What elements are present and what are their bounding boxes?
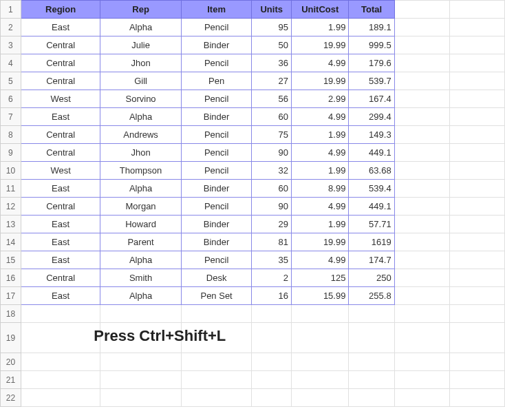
empty-cell[interactable] xyxy=(394,162,449,180)
cell-region[interactable]: East xyxy=(21,180,100,198)
cell-units[interactable]: 2 xyxy=(252,269,292,287)
col-header-item[interactable]: Item xyxy=(181,1,252,19)
empty-cell[interactable] xyxy=(394,305,449,323)
empty-cell[interactable] xyxy=(349,371,394,389)
cell-units[interactable]: 90 xyxy=(252,198,292,216)
cell-region[interactable]: Central xyxy=(21,54,100,72)
empty-cell[interactable] xyxy=(394,1,449,19)
cell-region[interactable]: Central xyxy=(21,269,100,287)
empty-cell[interactable] xyxy=(181,371,252,389)
cell-rep[interactable]: Smith xyxy=(100,269,182,287)
empty-cell[interactable] xyxy=(394,90,449,108)
empty-cell[interactable] xyxy=(21,353,100,371)
empty-cell[interactable] xyxy=(252,305,292,323)
cell-unitcost[interactable]: 125 xyxy=(292,269,349,287)
cell-rep[interactable]: Gill xyxy=(100,72,182,90)
empty-cell[interactable] xyxy=(449,19,504,36)
cell-unitcost[interactable]: 4.99 xyxy=(292,108,349,126)
row-number[interactable]: 18 xyxy=(1,305,21,323)
row-number[interactable]: 20 xyxy=(1,353,21,371)
row-number[interactable]: 11 xyxy=(1,180,21,198)
empty-cell[interactable] xyxy=(449,269,504,287)
cell-unitcost[interactable]: 19.99 xyxy=(292,233,349,251)
cell-unitcost[interactable]: 19.99 xyxy=(292,72,349,90)
empty-cell[interactable] xyxy=(449,323,504,353)
cell-item[interactable]: Pencil xyxy=(181,162,252,180)
empty-cell[interactable] xyxy=(449,198,504,216)
row-number[interactable]: 21 xyxy=(1,371,21,389)
cell-item[interactable]: Pencil xyxy=(181,251,252,269)
cell-total[interactable]: 449.1 xyxy=(349,144,394,162)
empty-cell[interactable] xyxy=(100,353,182,371)
empty-cell[interactable] xyxy=(449,287,504,305)
empty-cell[interactable] xyxy=(21,389,100,407)
empty-cell[interactable] xyxy=(449,233,504,251)
cell-units[interactable]: 35 xyxy=(252,251,292,269)
cell-unitcost[interactable]: 19.99 xyxy=(292,36,349,54)
cell-item[interactable]: Pencil xyxy=(181,144,252,162)
cell-total[interactable]: 299.4 xyxy=(349,108,394,126)
cell-unitcost[interactable]: 4.99 xyxy=(292,251,349,269)
cell-region[interactable]: East xyxy=(21,19,100,36)
cell-item[interactable]: Pencil xyxy=(181,126,252,144)
empty-cell[interactable] xyxy=(181,389,252,407)
empty-cell[interactable] xyxy=(394,36,449,54)
empty-cell[interactable] xyxy=(449,389,504,407)
empty-cell[interactable] xyxy=(394,216,449,233)
col-header-units[interactable]: Units xyxy=(252,1,292,19)
row-number[interactable]: 2 xyxy=(1,19,21,36)
row-number[interactable]: 3 xyxy=(1,36,21,54)
cell-rep[interactable]: Parent xyxy=(100,233,182,251)
empty-cell[interactable] xyxy=(252,323,292,353)
empty-cell[interactable] xyxy=(394,72,449,90)
cell-units[interactable]: 36 xyxy=(252,54,292,72)
cell-item[interactable]: Binder xyxy=(181,216,252,233)
cell-unitcost[interactable]: 1.99 xyxy=(292,126,349,144)
cell-total[interactable]: 255.8 xyxy=(349,287,394,305)
empty-cell[interactable] xyxy=(292,305,349,323)
cell-total[interactable]: 1619 xyxy=(349,233,394,251)
cell-region[interactable]: Central xyxy=(21,198,100,216)
cell-region[interactable]: West xyxy=(21,162,100,180)
empty-cell[interactable] xyxy=(349,389,394,407)
cell-unitcost[interactable]: 2.99 xyxy=(292,90,349,108)
cell-item[interactable]: Pencil xyxy=(181,90,252,108)
row-number[interactable]: 8 xyxy=(1,126,21,144)
row-number[interactable]: 10 xyxy=(1,162,21,180)
empty-cell[interactable] xyxy=(252,371,292,389)
cell-region[interactable]: Central xyxy=(21,126,100,144)
col-header-unitcost[interactable]: UnitCost xyxy=(292,1,349,19)
cell-unitcost[interactable]: 15.99 xyxy=(292,287,349,305)
cell-units[interactable]: 60 xyxy=(252,180,292,198)
empty-cell[interactable] xyxy=(181,305,252,323)
cell-item[interactable]: Pen xyxy=(181,72,252,90)
cell-region[interactable]: Central xyxy=(21,72,100,90)
cell-total[interactable]: 539.4 xyxy=(349,180,394,198)
cell-rep[interactable]: Jhon xyxy=(100,144,182,162)
cell-total[interactable]: 250 xyxy=(349,269,394,287)
empty-cell[interactable] xyxy=(394,54,449,72)
col-header-total[interactable]: Total xyxy=(349,1,394,19)
cell-total[interactable]: 449.1 xyxy=(349,198,394,216)
empty-cell[interactable] xyxy=(181,353,252,371)
empty-cell[interactable] xyxy=(292,389,349,407)
cell-units[interactable]: 81 xyxy=(252,233,292,251)
empty-cell[interactable] xyxy=(394,126,449,144)
row-number[interactable]: 7 xyxy=(1,108,21,126)
cell-rep[interactable]: Andrews xyxy=(100,126,182,144)
empty-cell[interactable] xyxy=(394,19,449,36)
row-number[interactable]: 13 xyxy=(1,216,21,233)
row-number[interactable]: 9 xyxy=(1,144,21,162)
empty-cell[interactable] xyxy=(292,353,349,371)
row-number[interactable]: 22 xyxy=(1,389,21,407)
empty-cell[interactable] xyxy=(100,305,182,323)
cell-units[interactable]: 56 xyxy=(252,90,292,108)
row-number[interactable]: 12 xyxy=(1,198,21,216)
cell-rep[interactable]: Jhon xyxy=(100,54,182,72)
cell-units[interactable]: 27 xyxy=(252,72,292,90)
empty-cell[interactable] xyxy=(449,144,504,162)
empty-cell[interactable] xyxy=(252,353,292,371)
cell-rep[interactable]: Sorvino xyxy=(100,90,182,108)
cell-units[interactable]: 16 xyxy=(252,287,292,305)
cell-total[interactable]: 999.5 xyxy=(349,36,394,54)
